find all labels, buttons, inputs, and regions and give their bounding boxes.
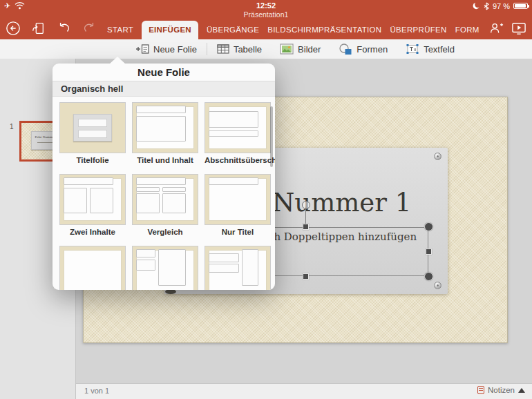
- page-indicator: 1 von 1: [84, 387, 109, 395]
- layout-thumb-vergleich[interactable]: Vergleich: [132, 174, 198, 237]
- textbox-button[interactable]: Textfeld: [406, 43, 455, 55]
- new-slide-icon: [135, 43, 149, 55]
- screw-peek-under-popup: [165, 289, 176, 294]
- tab-ueberpruefen[interactable]: ÜBERPRÜFEN: [390, 21, 446, 39]
- layout-thumb-titel-und-inhalt[interactable]: Titel und Inhalt: [132, 102, 198, 166]
- tab-start[interactable]: START: [107, 21, 133, 39]
- layout-label: Nur Titel: [205, 228, 271, 237]
- new-slide-button[interactable]: Neue Folie: [135, 43, 197, 55]
- pictures-label: Bilder: [298, 44, 321, 55]
- layout-label: Titelfolie: [59, 156, 126, 166]
- textbox-label: Textfeld: [424, 44, 455, 55]
- resize-handle-bottom[interactable]: [303, 273, 309, 280]
- ribbon-tabs: START EINFÜGEN ÜBERGÄNGE BILDSCHIRMPRÄSE…: [107, 21, 479, 39]
- notes-expand-arrow-icon: [518, 388, 525, 393]
- rotation-handle-stem: [305, 209, 306, 224]
- layout-label: Zwei Inhalte: [59, 228, 126, 237]
- table-button[interactable]: Tabelle: [217, 43, 262, 55]
- app-header: ✈ 12:52 Präsentation1 97 %: [0, 0, 532, 39]
- shapes-button[interactable]: Formen: [339, 43, 388, 55]
- layout-thumb-abschnittsueberschrift[interactable]: Abschnittsüberschrift: [205, 102, 271, 166]
- insert-toolbar: Neue Folie Tabelle Bilder Formen Textfel…: [0, 39, 532, 59]
- layout-thumb-blank[interactable]: [59, 246, 126, 290]
- app-screen: ✈ 12:52 Präsentation1 97 %: [0, 0, 532, 399]
- layout-grid: Titelfolie Titel und Inhalt Abschnittsüb…: [53, 97, 275, 290]
- layout-thumb-nur-titel[interactable]: Nur Titel: [205, 174, 271, 237]
- tab-form[interactable]: FORM: [455, 21, 479, 39]
- table-icon: [217, 43, 229, 55]
- resize-handle-top[interactable]: [303, 224, 309, 230]
- ios-status-bar: ✈ 12:52 Präsentation1 97 %: [0, 0, 532, 12]
- new-slide-label: Neue Folie: [153, 44, 197, 55]
- status-time: 12:52: [0, 1, 532, 10]
- layout-thumb-zwei-inhalte[interactable]: Zwei Inhalte: [59, 174, 126, 237]
- tab-bildschirmpraesentation[interactable]: BILDSCHIRMPRÄSENTATION: [267, 21, 381, 39]
- bluetooth-icon: [484, 2, 489, 10]
- textbox-icon: [406, 43, 419, 55]
- screw-decoration-bottom-right: [434, 282, 441, 289]
- notes-toggle[interactable]: Notizen: [477, 386, 525, 394]
- battery-icon: [513, 3, 528, 9]
- notes-icon: [477, 386, 484, 394]
- pictures-button[interactable]: Bilder: [280, 43, 321, 55]
- ribbon-nav-row: START EINFÜGEN ÜBERGÄNGE BILDSCHIRMPRÄSE…: [0, 19, 532, 39]
- layout-thumb-titelfolie[interactable]: Titelfolie: [59, 102, 126, 166]
- slide-number: 1: [10, 123, 14, 130]
- slideshow-button[interactable]: [511, 21, 526, 36]
- layout-thumb-picture-with-caption[interactable]: [205, 246, 271, 290]
- rotation-handle[interactable]: [302, 201, 310, 209]
- back-button[interactable]: [6, 21, 21, 36]
- layout-label: Abschnittsüberschrift: [205, 156, 271, 166]
- popup-theme-section: Organisch hell: [53, 81, 275, 97]
- toolbar-separator: [207, 43, 207, 55]
- document-title: Präsentation1: [0, 10, 532, 19]
- popup-title: Neue Folie: [53, 64, 275, 81]
- save-export-button[interactable]: [30, 21, 46, 36]
- shapes-label: Formen: [357, 44, 388, 55]
- status-right: 97 %: [473, 1, 528, 10]
- notes-label: Notizen: [488, 386, 515, 394]
- layout-label: Vergleich: [132, 228, 198, 237]
- battery-percent: 97 %: [493, 2, 510, 10]
- status-footer: 1 von 1 Notizen: [76, 383, 532, 399]
- do-not-disturb-moon-icon: [473, 2, 480, 10]
- resize-handle-top-right[interactable]: [424, 222, 433, 231]
- share-add-person-button[interactable]: [488, 21, 504, 36]
- redo-button[interactable]: [82, 21, 97, 36]
- popup-arrow: [109, 57, 126, 64]
- table-label: Tabelle: [234, 44, 262, 55]
- shapes-icon: [339, 43, 352, 55]
- new-slide-popup: Neue Folie Organisch hell Titelfolie Tit…: [53, 64, 275, 290]
- layout-thumb-content-with-caption[interactable]: [132, 246, 198, 290]
- undo-button[interactable]: [57, 21, 72, 36]
- tab-uebergaenge[interactable]: ÜBERGÄNGE: [207, 21, 259, 39]
- tab-einfuegen[interactable]: EINFÜGEN: [142, 21, 198, 39]
- layout-label: Titel und Inhalt: [132, 156, 198, 166]
- resize-handle-bottom-right[interactable]: [424, 272, 433, 281]
- resize-handle-right[interactable]: [426, 249, 432, 255]
- pictures-icon: [280, 43, 294, 55]
- screw-decoration-top-right: [434, 153, 441, 160]
- popup-scrollbar[interactable]: [270, 106, 273, 167]
